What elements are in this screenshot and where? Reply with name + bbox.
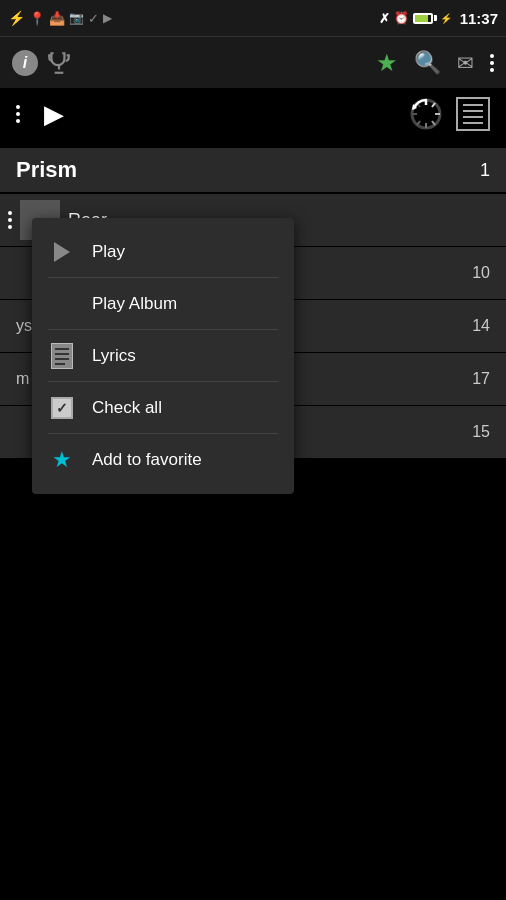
- album-title: Prism: [16, 157, 77, 183]
- album-header-row: Prism 1: [0, 148, 506, 192]
- album-count: 1: [480, 160, 490, 181]
- checkmark-icon: ✓: [56, 400, 68, 416]
- checkbox-icon: ✓: [51, 397, 73, 419]
- check-all-icon: ✓: [48, 394, 76, 422]
- spinner-icon[interactable]: [408, 96, 444, 132]
- check-icon: ✓: [88, 11, 99, 26]
- status-right-icons: ✗ ⏰ ⚡ 11:37: [379, 10, 498, 27]
- bluetooth-icon: ✗: [379, 11, 390, 26]
- menu-item-play[interactable]: Play: [32, 226, 294, 278]
- svg-line-4: [432, 103, 435, 107]
- list-row-4-number: 15: [472, 423, 490, 441]
- more-options-icon[interactable]: [490, 54, 494, 72]
- app-bar: i ★ 🔍 ✉: [0, 36, 506, 88]
- menu-item-add-favorite[interactable]: ★ Add to favorite: [32, 434, 294, 486]
- time-display: 11:37: [460, 10, 498, 27]
- usb-icon: ⚡: [8, 10, 25, 26]
- screenshot-icon: 📷: [69, 11, 84, 25]
- menu-item-check-all[interactable]: ✓ Check all: [32, 382, 294, 434]
- search-icon[interactable]: 🔍: [414, 50, 441, 76]
- secondary-bar-right: [408, 96, 490, 132]
- svg-line-6: [432, 121, 435, 125]
- check-all-label: Check all: [92, 398, 162, 418]
- status-left-icons: ⚡ 📍 📥 📷 ✓ ▶: [8, 10, 112, 26]
- context-menu: Play Play Album Lyrics ✓ Check all ★: [32, 218, 294, 494]
- alarm-icon: ⏰: [394, 11, 409, 25]
- email-icon[interactable]: ✉: [457, 51, 474, 75]
- svg-line-8: [417, 121, 420, 125]
- queue-list-icon[interactable]: [456, 97, 490, 131]
- secondary-dots-icon[interactable]: [16, 105, 20, 123]
- play-button-icon[interactable]: ▶: [44, 99, 64, 130]
- download-icon: 📥: [49, 11, 65, 26]
- list-row-3-number: 17: [472, 370, 490, 388]
- list-row-2-text: ys: [16, 317, 32, 335]
- list-row-2-number: 14: [472, 317, 490, 335]
- secondary-bar: ▶: [0, 88, 506, 140]
- lyrics-label: Lyrics: [92, 346, 136, 366]
- status-bar: ⚡ 📍 📥 📷 ✓ ▶ ✗ ⏰ ⚡ 11:37: [0, 0, 506, 36]
- app-bar-right: ★ 🔍 ✉: [376, 49, 494, 77]
- play-menu-icon: [48, 238, 76, 266]
- add-favorite-label: Add to favorite: [92, 450, 202, 470]
- favorite-star-icon[interactable]: ★: [376, 49, 398, 77]
- song-dots-menu-icon[interactable]: [8, 211, 12, 229]
- list-row-1-number: 10: [472, 264, 490, 282]
- play-album-icon-spacer: [48, 290, 76, 318]
- lyrics-icon: [48, 342, 76, 370]
- play-menu-label: Play: [92, 242, 125, 262]
- trophy-icon[interactable]: [46, 50, 72, 76]
- media-icon: ▶: [103, 11, 112, 25]
- info-icon[interactable]: i: [12, 50, 38, 76]
- battery-body: [413, 13, 433, 24]
- secondary-bar-left: ▶: [16, 99, 64, 130]
- favorite-star-menu-icon: ★: [48, 446, 76, 474]
- menu-item-play-album[interactable]: Play Album: [32, 278, 294, 330]
- battery-lightning: ⚡: [440, 13, 452, 24]
- menu-item-lyrics[interactable]: Lyrics: [32, 330, 294, 382]
- battery-indicator: ⚡: [413, 13, 452, 24]
- list-row-3-text: m: [16, 370, 29, 388]
- battery-tip: [434, 15, 437, 21]
- app-bar-left: i: [12, 50, 72, 76]
- play-album-label: Play Album: [92, 294, 177, 314]
- map-icon: 📍: [29, 11, 45, 26]
- play-triangle-icon: [54, 242, 70, 262]
